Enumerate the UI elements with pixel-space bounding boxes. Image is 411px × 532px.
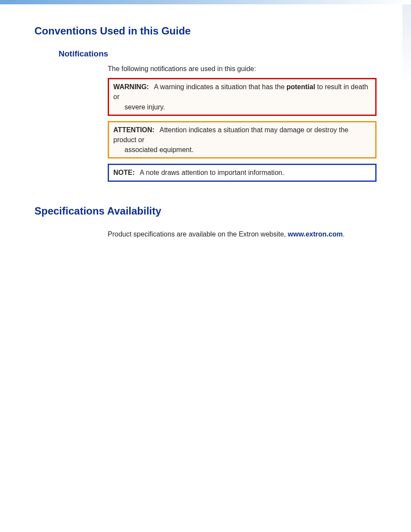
warning-text-bold: potential (286, 83, 315, 90)
specs-text-before: Product specifications are available on … (108, 230, 288, 238)
note-label: NOTE: (113, 169, 135, 176)
heading-specifications: Specifications Availability (34, 205, 377, 217)
attention-callout: ATTENTION: Attention indicates a situati… (108, 121, 377, 159)
warning-text-line2: severe injury. (113, 102, 371, 112)
specs-body-text: Product specifications are available on … (108, 229, 377, 239)
note-text: A note draws attention to important info… (140, 169, 284, 176)
warning-text-before: A warning indicates a situation that has… (154, 83, 286, 90)
warning-callout: WARNING: A warning indicates a situation… (108, 78, 377, 116)
heading-conventions: Conventions Used in this Guide (34, 25, 377, 37)
note-callout: NOTE: A note draws attention to importan… (108, 164, 377, 181)
extron-link[interactable]: www.extron.com (288, 230, 342, 238)
warning-label: WARNING: (113, 83, 149, 90)
attention-label: ATTENTION: (113, 126, 155, 134)
header-gradient-band (0, 0, 411, 4)
attention-text-line2: associated equipment. (113, 145, 371, 155)
notifications-intro-text: The following notifications are used in … (108, 64, 377, 74)
heading-notifications: Notifications (59, 49, 377, 59)
specs-text-after: . (342, 230, 344, 238)
page-content: Conventions Used in this Guide Notificat… (0, 4, 411, 239)
